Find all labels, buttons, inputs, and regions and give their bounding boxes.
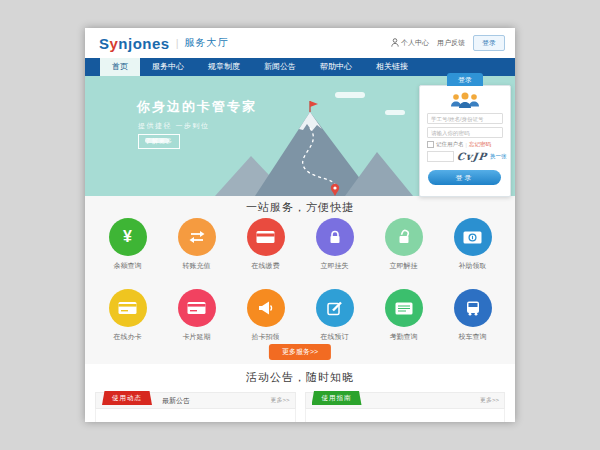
service-label: 校车查询 — [438, 332, 507, 342]
transfer-arrows-icon — [178, 218, 216, 256]
remember-label: 记住用户名 — [436, 141, 464, 148]
card-icon — [109, 289, 147, 327]
panel-body — [305, 409, 506, 422]
login-panel: 登录 记住用户名 | 忘记密码 CvJP 换一张 登录 — [419, 85, 511, 197]
service-label: 拾卡招领 — [231, 332, 300, 342]
service-label: 立即解挂 — [369, 261, 438, 271]
page-container: Synjones | 服务大厅 个人中心 用户反馈 登录 首页服务中心规章制度新… — [85, 28, 515, 422]
hero-title: 你身边的卡管专家 — [137, 98, 257, 116]
service-label: 转账充值 — [162, 261, 231, 271]
person-icon — [391, 38, 399, 48]
cloud-decoration — [335, 92, 365, 98]
service-label: 余额查询 — [93, 261, 162, 271]
announcements-section: 活动公告，随时知晓 使用动态最新公告更多>>使用指南更多>> — [85, 364, 515, 422]
announcement-panel: 使用动态最新公告更多>> — [95, 392, 296, 422]
service-item[interactable]: 在线缴费 — [231, 218, 300, 271]
service-label: 在线办卡 — [93, 332, 162, 342]
service-item[interactable]: 补助领取 — [438, 218, 507, 271]
username-input[interactable] — [427, 113, 503, 124]
hero-subtitle: 提供捷径 一步到位 — [138, 121, 209, 131]
service-item[interactable]: 在线预订 — [300, 289, 369, 342]
panel-tab[interactable]: 最新公告 — [162, 393, 190, 408]
panel-ribbon: 使用动态 — [102, 391, 152, 405]
service-item[interactable]: ¥余额查询 — [93, 218, 162, 271]
users-group-icon — [448, 91, 482, 109]
service-item[interactable]: 卡片延期 — [162, 289, 231, 342]
login-submit-button[interactable]: 登录 — [428, 170, 501, 185]
edit-icon — [316, 289, 354, 327]
announcements-title: 活动公告，随时知晓 — [85, 370, 515, 385]
feedback-link[interactable]: 用户反馈 — [437, 38, 465, 48]
nav-item-4[interactable]: 帮助中心 — [308, 58, 364, 76]
nav-item-1[interactable]: 服务中心 — [140, 58, 196, 76]
panel-header: 使用指南更多>> — [305, 392, 506, 409]
service-label: 在线缴费 — [231, 261, 300, 271]
yen-icon: ¥ — [109, 218, 147, 256]
panel-header: 使用动态最新公告更多>> — [95, 392, 296, 409]
hero-cta-button[interactable]: 了解更多 — [138, 134, 180, 149]
panel-more-link[interactable]: 更多>> — [480, 393, 499, 408]
logo[interactable]: Synjones — [99, 35, 170, 52]
announcement-panel: 使用指南更多>> — [305, 392, 506, 422]
panel-body — [95, 409, 296, 422]
service-label: 在线预订 — [300, 332, 369, 342]
service-label: 立即挂失 — [300, 261, 369, 271]
announcement-panels: 使用动态最新公告更多>>使用指南更多>> — [95, 392, 505, 422]
lock-closed-icon — [316, 218, 354, 256]
lock-open-icon — [385, 218, 423, 256]
forgot-password-link[interactable]: 忘记密码 — [469, 141, 491, 148]
header: Synjones | 服务大厅 个人中心 用户反馈 登录 — [85, 28, 515, 59]
service-item[interactable]: 校车查询 — [438, 289, 507, 342]
user-center-link[interactable]: 个人中心 — [391, 38, 429, 48]
banknote-icon — [454, 218, 492, 256]
service-item[interactable]: 拾卡招领 — [231, 289, 300, 342]
credit-card-icon — [247, 218, 285, 256]
service-label: 考勤查询 — [369, 332, 438, 342]
login-divider: | — [466, 142, 467, 148]
captcha-refresh-link[interactable]: 换一张 — [490, 153, 507, 160]
more-services-button[interactable]: 更多服务>> — [269, 344, 331, 360]
remember-checkbox[interactable] — [427, 141, 434, 148]
nav-item-5[interactable]: 相关链接 — [364, 58, 420, 76]
service-item[interactable]: 立即解挂 — [369, 218, 438, 271]
service-item[interactable]: 在线办卡 — [93, 289, 162, 342]
services-grid: ¥余额查询转账充值在线缴费立即挂失立即解挂补助领取在线办卡卡片延期拾卡招领在线预… — [85, 218, 515, 342]
captcha-image: CvJP — [456, 151, 488, 162]
panel-more-link[interactable]: 更多>> — [270, 393, 289, 408]
panel-ribbon: 使用指南 — [312, 391, 362, 405]
card-icon — [178, 289, 216, 327]
bus-icon — [454, 289, 492, 327]
service-label: 卡片延期 — [162, 332, 231, 342]
megaphone-icon — [247, 289, 285, 327]
service-item[interactable]: 立即挂失 — [300, 218, 369, 271]
header-divider: | — [176, 37, 179, 49]
password-input[interactable] — [427, 127, 503, 138]
nav-item-3[interactable]: 新闻公告 — [252, 58, 308, 76]
header-login-button[interactable]: 登录 — [473, 35, 505, 51]
captcha-input[interactable] — [427, 151, 454, 162]
login-tab[interactable]: 登录 — [447, 73, 483, 86]
services-title: 一站服务，方便快捷 — [85, 200, 515, 215]
nav-item-0[interactable]: 首页 — [100, 58, 140, 76]
list-card-icon — [385, 289, 423, 327]
portal-name: 服务大厅 — [185, 36, 229, 50]
service-item[interactable]: 考勤查询 — [369, 289, 438, 342]
service-item[interactable]: 转账充值 — [162, 218, 231, 271]
service-label: 补助领取 — [438, 261, 507, 271]
services-section: 一站服务，方便快捷 ¥余额查询转账充值在线缴费立即挂失立即解挂补助领取在线办卡卡… — [85, 196, 515, 364]
nav-item-2[interactable]: 规章制度 — [196, 58, 252, 76]
